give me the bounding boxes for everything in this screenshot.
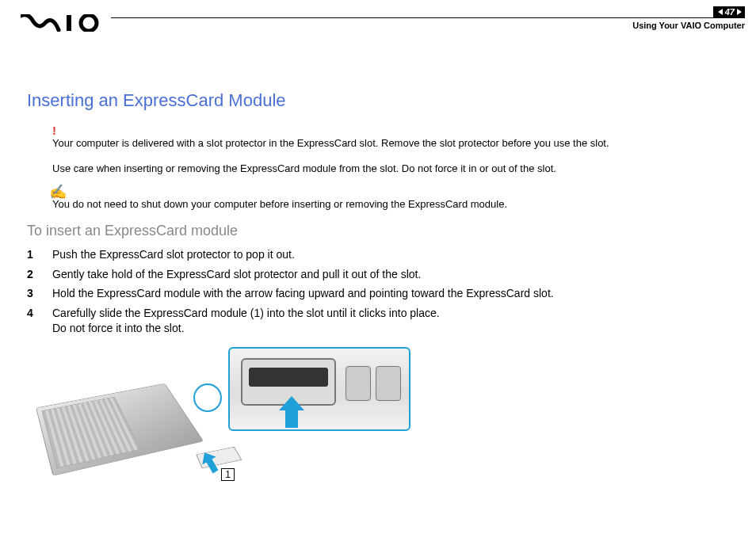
- note-text: You do not need to shut down your comput…: [52, 197, 729, 212]
- highlight-circle-icon: [193, 383, 222, 412]
- laptop-illustration: 1: [52, 347, 211, 470]
- page-content: Inserting an ExpressCard Module ! Your c…: [0, 48, 756, 470]
- warning-text-1: Your computer is delivered with a slot p…: [52, 136, 729, 151]
- next-page-icon[interactable]: [737, 9, 742, 15]
- warning-icon: !: [52, 125, 729, 136]
- list-item: Hold the ExpressCard module with the arr…: [27, 286, 729, 301]
- vaio-logo: [21, 14, 105, 32]
- step-text: Hold the ExpressCard module with the arr…: [52, 286, 554, 301]
- illustration: 1: [52, 347, 729, 470]
- svg-marker-2: [197, 448, 222, 475]
- callout-1: 1: [221, 468, 235, 481]
- page-nav: 47: [713, 6, 745, 17]
- step-list: Push the ExpressCard slot protector to p…: [27, 247, 729, 336]
- page-header: 47 Using Your VAIO Computer: [0, 0, 756, 48]
- section-subtitle: To insert an ExpressCard module: [27, 223, 729, 239]
- list-item: Push the ExpressCard slot protector to p…: [27, 247, 729, 262]
- warning-text-2: Use care when inserting or removing the …: [52, 162, 729, 176]
- detail-illustration: [228, 347, 410, 431]
- page-title: Inserting an ExpressCard Module: [27, 90, 729, 111]
- page-number: 47: [725, 7, 735, 17]
- step-text: Push the ExpressCard slot protector to p…: [52, 247, 295, 262]
- list-item: Gently take hold of the ExpressCard slot…: [27, 267, 729, 282]
- page-badge[interactable]: 47: [713, 6, 745, 17]
- breadcrumb[interactable]: Using Your VAIO Computer: [632, 21, 745, 30]
- side-ports-icon: [346, 366, 401, 401]
- step-text: Carefully slide the ExpressCard module (…: [52, 306, 440, 336]
- prev-page-icon[interactable]: [718, 9, 723, 15]
- svg-point-1: [81, 15, 97, 31]
- insert-arrow-icon: [274, 395, 309, 429]
- svg-rect-0: [67, 15, 71, 31]
- step-text: Gently take hold of the ExpressCard slot…: [52, 267, 421, 282]
- header-rule: [111, 17, 745, 18]
- note-icon: ✍: [49, 186, 729, 197]
- svg-marker-3: [279, 396, 304, 428]
- list-item: Carefully slide the ExpressCard module (…: [27, 306, 729, 336]
